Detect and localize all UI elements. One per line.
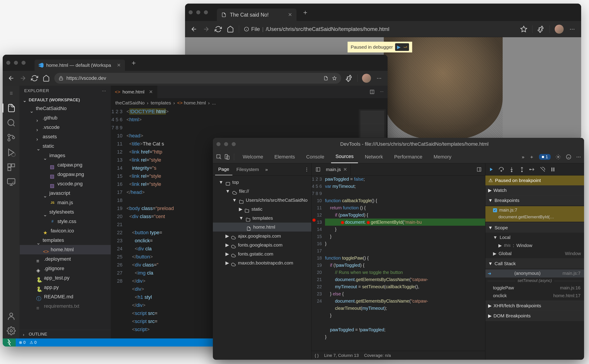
accounts-icon[interactable] xyxy=(7,312,16,320)
extensions-view-icon[interactable] xyxy=(7,163,16,172)
new-tab-icon[interactable]: ＋ xyxy=(529,154,534,160)
menu-toggle-icon[interactable]: ☰ xyxy=(7,89,16,98)
sidebar-toggle-icon[interactable] xyxy=(316,167,321,172)
close-dot[interactable] xyxy=(6,61,10,65)
step-into-icon[interactable] xyxy=(509,167,515,172)
tree-folder[interactable]: ⌄images xyxy=(20,151,111,160)
split-editor-icon[interactable] xyxy=(370,89,375,94)
tab-sources[interactable]: Sources xyxy=(331,150,358,163)
xhr-breakpoints-header[interactable]: ▶XHR/fetch Breakpoints xyxy=(485,301,584,311)
deactivate-breakpoints-icon[interactable] xyxy=(540,167,545,172)
tab-welcome[interactable]: Welcome xyxy=(238,150,268,163)
remote-explorer-icon[interactable] xyxy=(7,177,16,187)
callstack-frame[interactable]: (anonymous)main.js:7 xyxy=(485,269,584,278)
workspace-header[interactable]: ⌄ DEFAULT (WORKSPACE) xyxy=(20,96,111,104)
browser-tab[interactable]: The Cat said No! ✕ xyxy=(217,8,297,21)
more-icon[interactable]: ⋯ xyxy=(380,89,384,94)
tree-file[interactable]: ⓘREADME.md xyxy=(20,292,111,301)
scope-this[interactable]: ▶this: Window xyxy=(485,241,584,249)
tree-top[interactable]: ▼top xyxy=(213,178,311,187)
sidebar-toggle-right-icon[interactable] xyxy=(477,167,482,172)
tree-origin[interactable]: ▶fonts.gstatic.com xyxy=(213,249,311,258)
tree-origin[interactable]: ▶fonts.googleapis.com xyxy=(213,240,311,249)
dom-breakpoints-header[interactable]: ▶DOM Breakpoints xyxy=(485,311,584,321)
tree-folder[interactable]: ›.vscode xyxy=(20,123,111,132)
callstack-frame[interactable]: onclickhome.html:17 xyxy=(485,292,584,300)
back-button[interactable] xyxy=(190,26,198,33)
tree-file-selected[interactable]: home.html xyxy=(213,223,311,232)
callstack-header[interactable]: ▼Call Stack xyxy=(485,259,584,268)
tree-folder[interactable]: ▼Users/chris/src/theCatSaidNo xyxy=(213,196,311,205)
window-controls[interactable] xyxy=(189,10,208,14)
tree-origin[interactable]: ▶maxcdn.bootstrapcdn.com xyxy=(213,258,311,267)
tree-file[interactable]: #style.css xyxy=(20,217,111,226)
maximize-dot[interactable] xyxy=(232,142,236,146)
close-dot[interactable] xyxy=(216,142,220,146)
tree-folder[interactable]: ›.github xyxy=(20,113,111,123)
extensions-icon[interactable] xyxy=(346,75,353,82)
tree-folder[interactable]: ›assets xyxy=(20,132,111,141)
profile-avatar[interactable] xyxy=(362,74,371,83)
checkbox-icon[interactable]: ✓ xyxy=(493,208,497,212)
more-icon[interactable]: ⋮ xyxy=(304,167,309,172)
url-bar[interactable]: File | /Users/chris/src/theCatSaidNo/tem… xyxy=(244,26,515,32)
watch-header[interactable]: ▶Watch xyxy=(485,185,584,195)
breadcrumb[interactable]: theCatSaidNo› templates› <> home.html› .… xyxy=(111,98,388,108)
tab-console[interactable]: Console xyxy=(302,150,329,163)
remote-indicator[interactable] xyxy=(3,338,16,346)
outline-section[interactable]: › OUTLINE xyxy=(20,330,111,338)
source-code[interactable]: 1 2 3 4 5 6 7 8 9 10 11 12 13 14 15 16 1… xyxy=(311,176,485,351)
extensions-icon[interactable] xyxy=(537,26,545,33)
breadcrumb-item[interactable]: home.html xyxy=(184,100,206,106)
url-bar[interactable]: https://vscode.dev xyxy=(54,73,341,84)
forward-button[interactable] xyxy=(203,26,210,33)
resume-icon[interactable]: ▶ xyxy=(397,44,401,50)
tree-file[interactable]: ▨catpaw.png xyxy=(20,160,111,170)
inspect-icon[interactable] xyxy=(216,154,222,160)
tree-origin[interactable]: ▶ajax.googleapis.com xyxy=(213,232,311,240)
tree-file[interactable]: JSmain.js xyxy=(20,198,111,207)
window-controls[interactable] xyxy=(6,61,26,65)
device-toggle-icon[interactable] xyxy=(224,154,230,160)
tab-performance[interactable]: Performance xyxy=(390,150,427,163)
tree-file[interactable]: ≡.deployment xyxy=(20,254,111,264)
back-button[interactable] xyxy=(8,75,15,82)
editor-tab-active[interactable]: <> home.html ✕ xyxy=(111,86,157,98)
close-tab-icon[interactable]: ✕ xyxy=(288,12,292,18)
breadcrumb-item[interactable]: theCatSaidNo xyxy=(115,100,145,106)
tree-folder[interactable]: ▼templates xyxy=(213,214,311,223)
tree-folder[interactable]: ⌄stylesheets xyxy=(20,207,111,217)
scope-global[interactable]: ▶GlobalWindow xyxy=(485,249,584,258)
browser-tab[interactable]: home.html — default (Workspa ✕ xyxy=(34,60,125,71)
tree-folder[interactable]: ⌄javascript xyxy=(20,188,111,198)
breakpoint-item[interactable]: ✓ main.js:7 xyxy=(485,206,584,214)
tab-elements[interactable]: Elements xyxy=(270,150,299,163)
menu-icon[interactable]: ⋯ xyxy=(376,75,383,82)
breakpoint-marker[interactable] xyxy=(312,219,316,222)
feedback-icon[interactable] xyxy=(566,154,571,160)
nav-tab-filesystem[interactable]: Filesystem xyxy=(233,163,262,175)
nav-tab-page[interactable]: Page xyxy=(215,163,232,175)
tab-network[interactable]: Network xyxy=(360,150,387,163)
source-control-icon[interactable] xyxy=(7,133,16,142)
maximize-dot[interactable] xyxy=(21,61,26,65)
menu-icon[interactable]: ⋯ xyxy=(569,26,576,33)
favorites-icon[interactable] xyxy=(520,26,527,33)
breakpoints-header[interactable]: ▼Breakpoints xyxy=(485,195,584,205)
tree-file-selected[interactable]: <>home.html xyxy=(20,245,111,254)
step-icon[interactable]: ⤻ xyxy=(403,44,407,50)
pause-on-exceptions-icon[interactable] xyxy=(550,167,556,172)
step-out-icon[interactable] xyxy=(519,167,525,172)
search-icon[interactable] xyxy=(7,118,16,127)
minimize-dot[interactable] xyxy=(196,10,200,14)
reader-icon[interactable] xyxy=(324,76,328,80)
errors-status[interactable]: ⊗ 0 xyxy=(19,340,26,345)
tree-folder[interactable]: ⌄templates xyxy=(20,236,111,245)
tree-file[interactable]: ◈.gitignore xyxy=(20,264,111,273)
more-tabs-icon[interactable]: » xyxy=(265,167,268,172)
home-button[interactable] xyxy=(227,26,234,33)
callstack-frame[interactable]: togglePawmain.js:16 xyxy=(485,284,584,292)
step-over-icon[interactable] xyxy=(498,167,504,172)
minimize-dot[interactable] xyxy=(224,142,228,146)
step-icon[interactable] xyxy=(529,167,535,172)
